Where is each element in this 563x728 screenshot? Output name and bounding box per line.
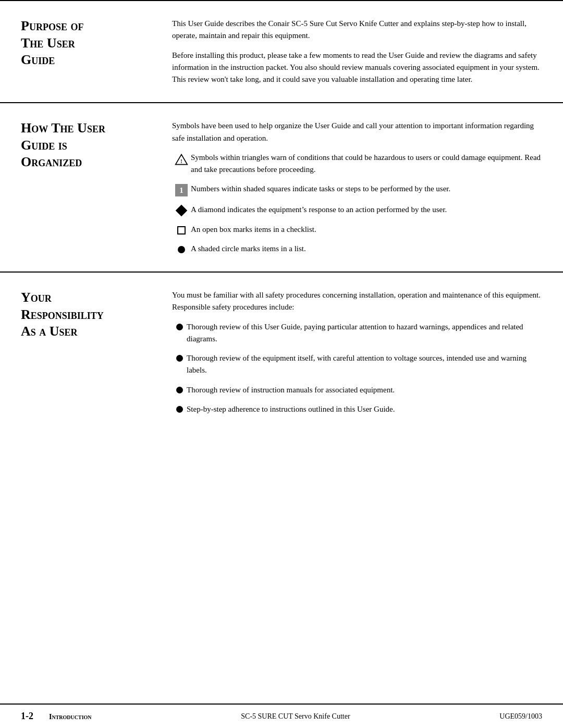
symbol-text-triangle: Symbols within triangles warn of conditi… (191, 152, 542, 176)
section-organized: How The User Guide is Organized Symbols … (0, 102, 563, 272)
symbol-item-filled-circle: A shaded circle marks items in a list. (172, 243, 542, 255)
section-responsibility-content: You must be familiar with all safety pro… (172, 289, 542, 415)
bullet-icon-0 (172, 321, 187, 330)
bullet-circle-2 (176, 387, 183, 393)
main-content: Purpose of The User Guide This User Guid… (0, 0, 563, 704)
bullet-circle-3 (176, 406, 183, 413)
responsibility-intro: You must be familiar with all safety pro… (172, 289, 542, 314)
bullet-text-3: Step-by-step adherence to instructions o… (187, 403, 395, 415)
diamond-shape (176, 205, 188, 217)
footer-center-text: SC-5 SURE CUT Servo Knife Cutter (241, 712, 350, 721)
diamond-symbol-icon (172, 204, 191, 215)
section-purpose-heading: Purpose of The User Guide (21, 18, 156, 69)
section-responsibility-heading: Your Responsibility As a User (21, 289, 156, 340)
svg-text:!: ! (180, 158, 182, 164)
section-organized-heading-col: How The User Guide is Organized (21, 120, 172, 255)
open-box-symbol-icon (172, 224, 191, 235)
bullet-item-3: Step-by-step adherence to instructions o… (172, 403, 542, 415)
symbol-item-diamond: A diamond indicates the equipment’s resp… (172, 204, 542, 216)
symbol-text-diamond: A diamond indicates the equipment’s resp… (191, 204, 542, 216)
footer-section-label: Introduction (49, 713, 92, 721)
footer-page-number: 1-2 (21, 711, 33, 722)
filled-circle-symbol-icon (172, 243, 191, 253)
bullet-item-0: Thorough review of this User Guide, payi… (172, 321, 542, 346)
shaded-square-symbol-icon: 1 (172, 183, 191, 196)
bullet-item-1: Thorough review of the equipment itself,… (172, 352, 542, 377)
organized-intro: Symbols have been used to help organize … (172, 120, 542, 144)
symbol-text-open-box: An open box marks items in a checklist. (191, 224, 542, 236)
bullet-list: Thorough review of this User Guide, payi… (172, 321, 542, 416)
symbol-item-triangle: ! Symbols within triangles warn of condi… (172, 152, 542, 176)
bullet-circle-1 (176, 355, 183, 362)
triangle-svg: ! (175, 153, 188, 166)
bullet-text-1: Thorough review of the equipment itself,… (187, 352, 542, 377)
footer-left: 1-2 Introduction (21, 711, 92, 722)
section-organized-content: Symbols have been used to help organize … (172, 120, 542, 255)
purpose-para-2: Before installing this product, please t… (172, 50, 542, 86)
section-organized-heading: How The User Guide is Organized (21, 120, 156, 171)
symbol-text-shaded-square: Numbers within shaded squares indicate t… (191, 183, 542, 195)
page: Purpose of The User Guide This User Guid… (0, 0, 563, 728)
section-purpose-heading-col: Purpose of The User Guide (21, 18, 172, 85)
bullet-text-0: Thorough review of this User Guide, payi… (187, 321, 542, 346)
symbol-text-filled-circle: A shaded circle marks items in a list. (191, 243, 542, 255)
filled-circle-shape (178, 246, 185, 253)
section-purpose-content: This User Guide describes the Conair SC-… (172, 18, 542, 85)
open-box-shape (177, 226, 186, 235)
section-responsibility-heading-col: Your Responsibility As a User (21, 289, 172, 415)
bullet-item-2: Thorough review of instruction manuals f… (172, 384, 542, 396)
purpose-para-1: This User Guide describes the Conair SC-… (172, 18, 542, 42)
symbol-list: ! Symbols within triangles warn of condi… (172, 152, 542, 255)
section-responsibility: Your Responsibility As a User You must b… (0, 272, 563, 432)
shaded-square-box: 1 (175, 184, 188, 196)
bullet-icon-2 (172, 384, 187, 393)
symbol-item-shaded-square: 1 Numbers within shaded squares indicate… (172, 183, 542, 196)
bullet-text-2: Thorough review of instruction manuals f… (187, 384, 395, 396)
bullet-icon-3 (172, 403, 187, 413)
footer: 1-2 Introduction SC-5 SURE CUT Servo Kni… (0, 704, 563, 728)
bullet-icon-1 (172, 352, 187, 362)
symbol-item-open-box: An open box marks items in a checklist. (172, 224, 542, 236)
footer-right-text: UGE059/1003 (499, 712, 542, 721)
triangle-symbol-icon: ! (172, 152, 191, 166)
section-purpose: Purpose of The User Guide This User Guid… (0, 0, 563, 102)
bullet-circle-0 (176, 324, 183, 330)
